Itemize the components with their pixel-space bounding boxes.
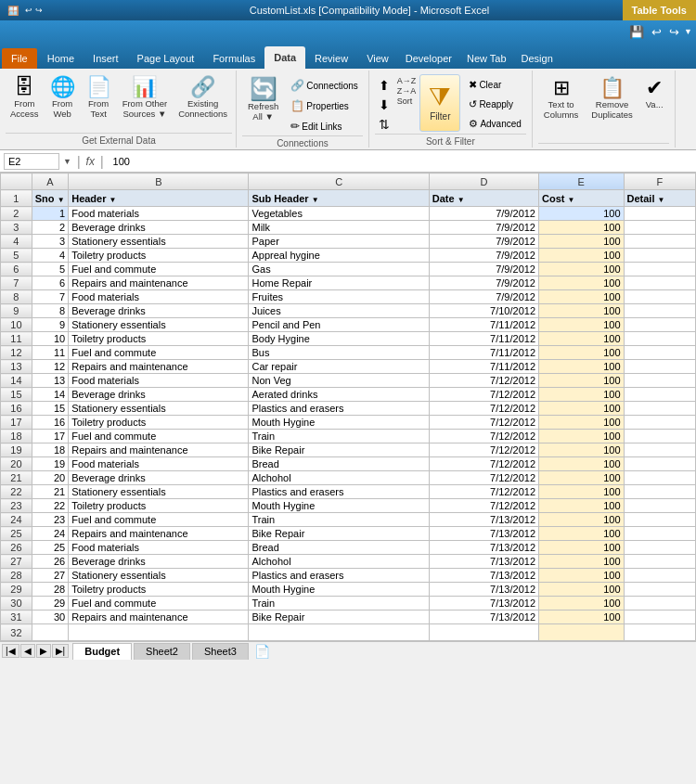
- cell-detail-23[interactable]: [624, 499, 696, 513]
- cell-sno-5[interactable]: 4: [32, 249, 68, 263]
- cell-date-30[interactable]: 7/13/2012: [429, 597, 538, 610]
- sheet-tab-budget[interactable]: Budget: [72, 643, 132, 660]
- cell-cost-20[interactable]: 100: [539, 457, 625, 471]
- cell-sno-28[interactable]: 27: [32, 569, 68, 583]
- cell-header-13[interactable]: Repairs and maintenance: [69, 360, 249, 374]
- tab-home[interactable]: Home: [38, 48, 84, 69]
- cell-subheader-22[interactable]: Plastics and erasers: [249, 485, 429, 499]
- cell-sno-14[interactable]: 13: [32, 374, 68, 388]
- sort-az-button[interactable]: ⬆: [375, 76, 393, 95]
- cell-empty-32-d[interactable]: [429, 624, 538, 641]
- cell-sno-20[interactable]: 19: [32, 457, 68, 471]
- cell-sno-26[interactable]: 25: [32, 541, 68, 555]
- cell-header-10[interactable]: Stationery essentials: [69, 318, 249, 332]
- tab-design[interactable]: Design: [514, 48, 561, 69]
- cell-header-18[interactable]: Fuel and commute: [69, 430, 249, 443]
- cell-cost-12[interactable]: 100: [539, 346, 625, 360]
- cell-subheader-19[interactable]: Bike Repair: [249, 443, 429, 457]
- cell-date-4[interactable]: 7/9/2012: [429, 235, 538, 249]
- cell-header-3[interactable]: Beverage drinks: [69, 221, 249, 235]
- cell-sno-25[interactable]: 24: [32, 527, 68, 541]
- cell-cost-15[interactable]: 100: [539, 388, 625, 402]
- cell-sno-21[interactable]: 20: [32, 471, 68, 485]
- header-header[interactable]: Header ▼: [69, 190, 249, 207]
- cell-date-19[interactable]: 7/12/2012: [429, 443, 538, 457]
- sheet-nav-prev[interactable]: ◀: [20, 644, 35, 658]
- cell-subheader-3[interactable]: Milk: [249, 221, 429, 235]
- header-subheader[interactable]: Sub Header ▼: [249, 190, 429, 207]
- cell-date-12[interactable]: 7/11/2012: [429, 346, 538, 360]
- cell-date-25[interactable]: 7/13/2012: [429, 527, 538, 541]
- cell-cost-22[interactable]: 100: [539, 485, 625, 499]
- from-text-button[interactable]: 📄 FromText: [82, 74, 116, 122]
- cell-date-13[interactable]: 7/11/2012: [429, 360, 538, 374]
- cell-cost-30[interactable]: 100: [539, 597, 625, 610]
- cell-header-17[interactable]: Toiletry products: [69, 416, 249, 430]
- cell-cost-27[interactable]: 100: [539, 555, 625, 569]
- cell-detail-16[interactable]: [624, 402, 696, 416]
- cell-cost-19[interactable]: 100: [539, 443, 625, 457]
- cell-date-11[interactable]: 7/11/2012: [429, 332, 538, 346]
- cell-date-17[interactable]: 7/12/2012: [429, 416, 538, 430]
- sort-za-button[interactable]: ⬇: [375, 96, 393, 114]
- cell-header-11[interactable]: Toiletry products: [69, 332, 249, 346]
- cell-header-23[interactable]: Toiletry products: [69, 499, 249, 513]
- cell-subheader-7[interactable]: Home Repair: [249, 276, 429, 290]
- refresh-all-button[interactable]: 🔄 RefreshAll ▼: [242, 74, 284, 126]
- undo-button[interactable]: ↩: [649, 24, 664, 40]
- cell-subheader-27[interactable]: Alchohol: [249, 555, 429, 569]
- cell-date-2[interactable]: 7/9/2012: [429, 207, 538, 221]
- col-header-f[interactable]: F: [624, 174, 696, 190]
- cell-subheader-17[interactable]: Mouth Hygine: [249, 416, 429, 430]
- header-sno[interactable]: Sno ▼: [32, 190, 68, 207]
- cell-header-8[interactable]: Food materials: [69, 290, 249, 304]
- cell-detail-27[interactable]: [624, 555, 696, 569]
- cell-cost-24[interactable]: 100: [539, 513, 625, 527]
- cell-detail-21[interactable]: [624, 471, 696, 485]
- cell-cost-11[interactable]: 100: [539, 332, 625, 346]
- cell-header-14[interactable]: Food materials: [69, 374, 249, 388]
- cell-sno-17[interactable]: 16: [32, 416, 68, 430]
- cell-cost-9[interactable]: 100: [539, 304, 625, 318]
- cell-date-21[interactable]: 7/12/2012: [429, 471, 538, 485]
- cell-sno-8[interactable]: 7: [32, 290, 68, 304]
- tab-file[interactable]: File: [2, 48, 37, 69]
- cell-detail-20[interactable]: [624, 457, 696, 471]
- cell-sno-23[interactable]: 22: [32, 499, 68, 513]
- cell-header-9[interactable]: Beverage drinks: [69, 304, 249, 318]
- header-detail[interactable]: Detail ▼: [624, 190, 696, 207]
- col-header-a[interactable]: A: [32, 174, 68, 190]
- filter-button[interactable]: ⧩ Filter: [419, 74, 460, 132]
- cell-empty-32-a[interactable]: [32, 624, 68, 641]
- cell-cost-28[interactable]: 100: [539, 569, 625, 583]
- tab-view[interactable]: View: [357, 48, 398, 69]
- cell-sno-6[interactable]: 5: [32, 263, 68, 276]
- cell-detail-10[interactable]: [624, 318, 696, 332]
- cell-date-24[interactable]: 7/13/2012: [429, 513, 538, 527]
- cell-subheader-20[interactable]: Bread: [249, 457, 429, 471]
- cell-date-16[interactable]: 7/12/2012: [429, 402, 538, 416]
- cell-cost-16[interactable]: 100: [539, 402, 625, 416]
- cell-empty-32-f[interactable]: [624, 624, 696, 641]
- from-access-button[interactable]: 🗄 FromAccess: [6, 74, 44, 122]
- cell-sno-16[interactable]: 15: [32, 402, 68, 416]
- cell-header-19[interactable]: Repairs and maintenance: [69, 443, 249, 457]
- cell-cost-25[interactable]: 100: [539, 527, 625, 541]
- cell-subheader-6[interactable]: Gas: [249, 263, 429, 276]
- cell-date-23[interactable]: 7/12/2012: [429, 499, 538, 513]
- from-web-button[interactable]: 🌐 FromWeb: [45, 74, 80, 122]
- tab-data[interactable]: Data: [264, 46, 305, 69]
- cell-cost-29[interactable]: 100: [539, 583, 625, 597]
- cell-detail-30[interactable]: [624, 597, 696, 610]
- cell-header-12[interactable]: Fuel and commute: [69, 346, 249, 360]
- tab-new-tab[interactable]: New Tab: [459, 48, 514, 69]
- cell-detail-2[interactable]: [624, 207, 696, 221]
- cell-header-22[interactable]: Stationery essentials: [69, 485, 249, 499]
- remove-duplicates-button[interactable]: 📋 RemoveDuplicates: [586, 74, 638, 124]
- cell-header-26[interactable]: Food materials: [69, 541, 249, 555]
- cell-detail-24[interactable]: [624, 513, 696, 527]
- cell-subheader-25[interactable]: Bike Repair: [249, 527, 429, 541]
- cell-sno-12[interactable]: 11: [32, 346, 68, 360]
- cell-subheader-30[interactable]: Train: [249, 597, 429, 610]
- cell-sno-10[interactable]: 9: [32, 318, 68, 332]
